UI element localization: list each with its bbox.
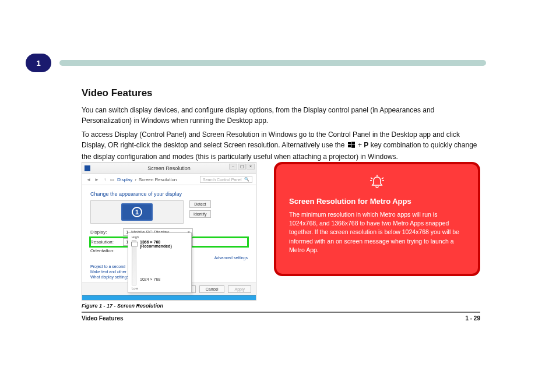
para2-mid: + [358, 141, 364, 149]
main-content: Video Features You can switch display de… [82, 87, 480, 165]
popup-recommended[interactable]: 1366 × 768 (Recommended) [140, 240, 188, 248]
footer-section: Video Features [82, 315, 124, 322]
breadcrumb-display[interactable]: Display [117, 177, 132, 182]
paragraph-2: To access Display (Control Panel) and Sc… [82, 129, 480, 162]
warning-body: The minimum resolution in which Metro ap… [289, 210, 465, 255]
search-icon: 🔍 [244, 177, 249, 182]
resolution-popup[interactable]: High 1366 × 768 (Recommended) 1024 × 768… [128, 232, 192, 293]
svg-rect-2 [348, 145, 351, 147]
header-divider [59, 60, 486, 66]
svg-rect-1 [351, 142, 355, 145]
paragraph-1: You can switch display devices, and conf… [82, 105, 480, 126]
page-footer: Video Features 1 - 29 [82, 312, 480, 322]
breadcrumb-sep: › [135, 177, 136, 182]
slider-thumb[interactable] [131, 242, 138, 246]
display-label: Display: [90, 229, 119, 235]
monitor-number: 1 [132, 207, 142, 217]
display-preview: 1 [90, 200, 184, 224]
maximize-button[interactable]: ▢ [238, 164, 246, 169]
monitor-mini-icon: ▭ [110, 177, 115, 182]
up-arrow-icon[interactable]: ↑ [102, 176, 108, 182]
screen-resolution-window: Screen Resolution – ▢ × ◄ ► ↑ ▭ Display … [82, 162, 256, 301]
back-arrow-icon[interactable]: ◄ [86, 176, 92, 182]
apply-button[interactable]: Apply [228, 285, 251, 293]
monitor-icon[interactable]: 1 [121, 203, 153, 221]
search-input[interactable]: Search Control Panel 🔍 [200, 176, 252, 183]
forward-arrow-icon[interactable]: ► [94, 176, 100, 182]
window-buttons: – ▢ × [229, 164, 255, 169]
svg-line-6 [382, 178, 383, 179]
resolution-slider[interactable] [132, 240, 136, 285]
minimize-button[interactable]: – [229, 164, 237, 169]
popup-low-res[interactable]: 1024 × 768 [140, 277, 188, 281]
detect-button[interactable]: Detect [189, 200, 211, 208]
popup-low-label: Low [132, 287, 188, 290]
svg-rect-3 [351, 145, 355, 148]
breadcrumb-toolbar: ◄ ► ↑ ▭ Display › Screen Resolution Sear… [82, 174, 256, 185]
search-placeholder: Search Control Panel [203, 178, 242, 182]
chapter-badge: 1 [26, 54, 51, 72]
svg-line-4 [371, 178, 372, 179]
detect-column: Detect Identify [189, 200, 211, 218]
alarm-bell-icon [368, 174, 386, 191]
display-preview-row: 1 Detect Identify [90, 200, 248, 224]
window-sys-icon [85, 165, 90, 171]
taskbar [82, 295, 256, 300]
orientation-label: Orientation: [90, 248, 119, 253]
window-titlebar: Screen Resolution – ▢ × [82, 163, 256, 174]
window-title: Screen Resolution [147, 165, 191, 171]
para2-key: P [364, 141, 368, 149]
identify-button[interactable]: Identify [189, 210, 211, 218]
cp-heading: Change the appearance of your display [90, 191, 248, 197]
figure-caption: Figure 1 - 17 - Screen Resolution [82, 303, 163, 309]
chapter-header: 1 [26, 54, 486, 72]
windows-logo-icon [348, 141, 355, 151]
breadcrumb-current: Screen Resolution [139, 177, 177, 182]
warning-icon-row [289, 174, 465, 191]
footer-page-number: 1 - 29 [465, 315, 480, 322]
warning-title: Screen Resolution for Metro Apps [289, 197, 465, 206]
svg-rect-0 [348, 142, 351, 144]
cancel-button[interactable]: Cancel [199, 285, 225, 293]
warning-box: Screen Resolution for Metro Apps The min… [274, 162, 480, 276]
close-button[interactable]: × [247, 164, 255, 169]
resolution-label: Resolution: [90, 239, 119, 245]
section-title: Video Features [82, 87, 480, 99]
figure-row: Screen Resolution – ▢ × ◄ ► ↑ ▭ Display … [82, 162, 480, 301]
